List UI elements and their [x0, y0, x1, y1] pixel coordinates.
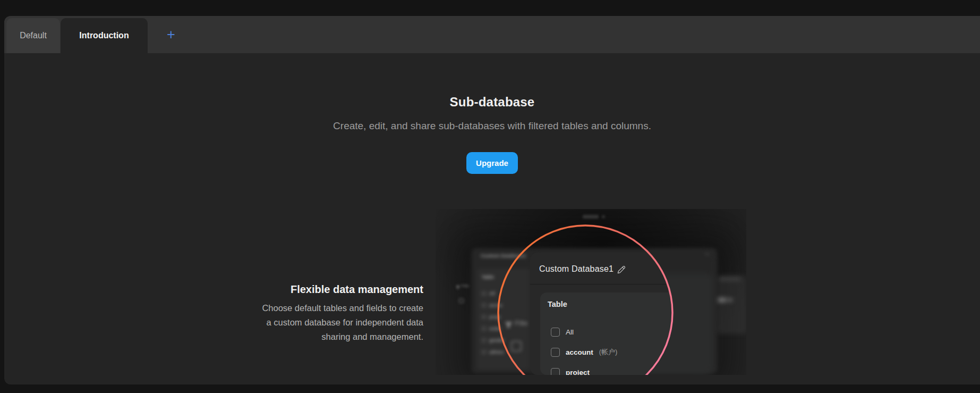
- tab-introduction-label: Introduction: [79, 31, 129, 40]
- app-window: Default Introduction + Sub-database Crea…: [4, 16, 980, 384]
- app-canvas: Default Introduction + Sub-database Crea…: [0, 0, 980, 393]
- feature-text-block: Flexible data management Choose default …: [163, 283, 423, 344]
- feature-line: a custom database for independent data: [163, 315, 423, 330]
- page-subtitle: Create, edit, and share sub-databases wi…: [4, 120, 980, 132]
- lens-ring-icon: [436, 209, 746, 375]
- feature-illustration: Custom Database1 ✕ Table All accou proje…: [436, 209, 746, 375]
- page-title: Sub-database: [4, 95, 980, 110]
- hero-section: Sub-database Create, edit, and share sub…: [4, 53, 980, 174]
- feature-heading: Flexible data management: [163, 283, 423, 296]
- upgrade-button[interactable]: Upgrade: [466, 152, 518, 174]
- tab-default[interactable]: Default: [6, 18, 60, 53]
- new-tab-button[interactable]: +: [155, 16, 187, 53]
- tab-introduction[interactable]: Introduction: [61, 18, 148, 53]
- plus-icon: +: [167, 27, 175, 43]
- tab-bar: Default Introduction +: [4, 16, 980, 53]
- feature-line: sharing and management.: [163, 330, 423, 344]
- feature-line: Choose default tables and fields to crea…: [163, 301, 423, 315]
- tab-default-label: Default: [20, 31, 47, 40]
